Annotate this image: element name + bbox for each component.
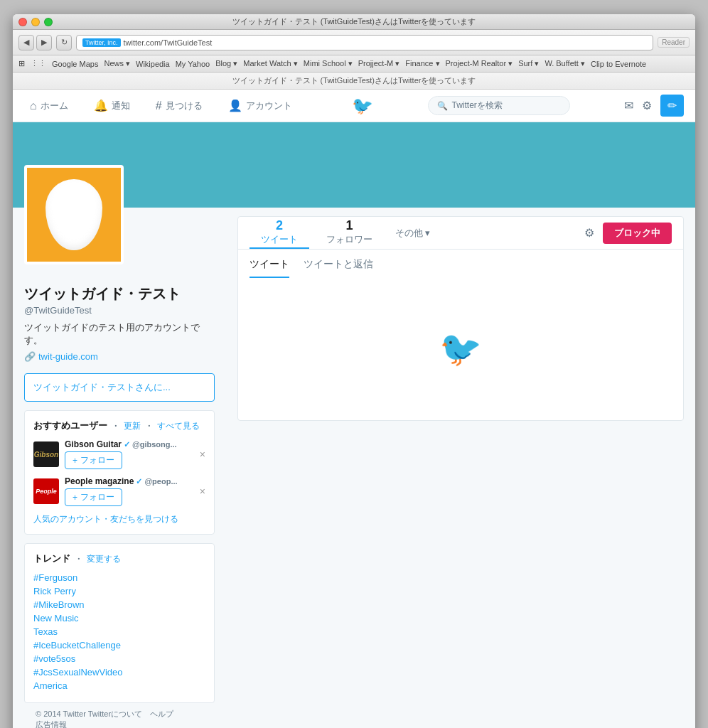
nav-discover[interactable]: # 見つける: [150, 90, 208, 122]
trend-item-1[interactable]: Rick Perry: [33, 586, 205, 596]
footer-ads-link[interactable]: 広告情報: [36, 720, 67, 728]
tabs-actions: ⚙ ブロック中: [584, 223, 672, 244]
url-bar[interactable]: Twitter, Inc. twitter.com/TwitGuideTest: [76, 35, 653, 50]
follow-people-button[interactable]: + フォロー: [65, 488, 122, 506]
bookmark-evernote[interactable]: Clip to Evernote: [591, 60, 646, 68]
bookmark-blog[interactable]: Blog ▾: [215, 59, 237, 68]
trend-item-7[interactable]: #JcsSexualNewVideo: [33, 667, 205, 678]
bookmarks-bar: ⊞ ⋮⋮ Google Maps News ▾ Wikipedia My Yah…: [13, 55, 695, 73]
bookmark-mimi[interactable]: Mimi School ▾: [304, 59, 353, 68]
close-gibson-button[interactable]: ×: [200, 449, 205, 460]
chevron-down-icon: ▾: [425, 228, 430, 238]
search-icon: 🔍: [437, 101, 448, 111]
footer-about-link[interactable]: Twitterについて: [88, 710, 142, 718]
twitter-badge: Twitter, Inc.: [82, 38, 121, 47]
tabs-header: 2 ツイート 1 フォロワー その他 ▾ ⚙ ブロック中: [238, 217, 683, 250]
follow-icon: +: [73, 456, 77, 466]
title-bar: ツイットガイド・テスト (TwitGuideTest)さんはTwitterを使っ…: [13, 14, 695, 30]
trend-item-0[interactable]: #Ferguson: [33, 572, 205, 583]
bookmark-projject[interactable]: Projject-M ▾: [358, 59, 400, 68]
url-text: twitter.com/TwitGuideTest: [124, 38, 213, 47]
hashtag-icon: #: [156, 100, 162, 112]
close-button[interactable]: [18, 18, 27, 26]
recommended-user-people: People People magazine ✓ @peop... + フォロー: [33, 476, 205, 506]
bookmark-myyahoo[interactable]: My Yahoo: [176, 60, 210, 68]
nav-right: ✉ ⚙ ✏: [624, 95, 684, 117]
close-people-button[interactable]: ×: [200, 486, 205, 497]
trend-item-8[interactable]: America: [33, 680, 205, 691]
search-bar[interactable]: 🔍 Twitterを検索: [428, 96, 570, 115]
tab-tweets[interactable]: 2 ツイート: [250, 217, 309, 249]
main-layout: ツイットガイド・テスト @TwitGuideTest ツイットガイドのテスト用の…: [13, 208, 695, 728]
bookmark-finance[interactable]: Finance ▾: [405, 59, 439, 68]
gibson-name: Gibson Guitar ✓ @gibsong...: [65, 439, 194, 449]
block-button[interactable]: ブロック中: [603, 223, 672, 244]
people-avatar: People: [33, 478, 59, 504]
change-trends-link[interactable]: 変更する: [87, 553, 121, 565]
nav-account[interactable]: 👤 アカウント: [222, 90, 298, 122]
gibson-info: Gibson Guitar ✓ @gibsong... + フォロー: [65, 439, 194, 469]
search-placeholder: Twitterを検索: [452, 100, 503, 112]
trend-item-3[interactable]: New Music: [33, 613, 205, 623]
profile-avatar-wrap: [24, 165, 215, 264]
profile-tabs: 2 ツイート 1 フォロワー その他 ▾ ⚙ ブロック中: [237, 216, 684, 421]
recommended-users-section: おすすめユーザー ・ 更新 ・ すべて見る Gibson Gibson Guit…: [24, 410, 215, 535]
bookmark-wikipedia[interactable]: Wikipedia: [136, 60, 170, 68]
footer-help-link[interactable]: ヘルプ: [150, 710, 173, 718]
apps-icon: ⋮⋮: [31, 59, 46, 68]
trends-list: #Ferguson Rick Perry #MikeBrown New Musi…: [33, 572, 205, 691]
footer: © 2014 Twitter Twitterについて ヘルプ 広告情報: [24, 703, 215, 728]
nav-discover-label: 見つける: [166, 100, 203, 112]
compose-button[interactable]: ✏: [660, 95, 684, 117]
tweets-tab[interactable]: ツイート: [250, 258, 289, 278]
people-name: People magazine ✓ @peop...: [65, 476, 194, 486]
link-icon: 🔗: [24, 351, 36, 362]
update-link[interactable]: 更新: [124, 420, 141, 432]
view-all-link[interactable]: すべて見る: [157, 420, 200, 432]
twitter-bird-logo: 🐦: [352, 96, 373, 116]
messages-icon[interactable]: ✉: [624, 99, 633, 112]
profile-website[interactable]: 🔗 twit-guide.com: [24, 351, 215, 362]
nav-notifications[interactable]: 🔔 通知: [88, 90, 136, 122]
message-box[interactable]: ツイットガイド・テストさんに...: [24, 373, 215, 402]
nav-home-label: ホーム: [41, 100, 68, 112]
follow-icon-2: +: [73, 493, 77, 503]
refresh-button[interactable]: ↻: [56, 35, 72, 50]
tab-other[interactable]: その他 ▾: [395, 227, 430, 240]
bookmark-marketwatch[interactable]: Market Watch ▾: [243, 59, 298, 68]
trend-item-6[interactable]: #vote5sos: [33, 653, 205, 664]
nav-notifications-label: 通知: [112, 100, 130, 112]
nav-home[interactable]: ⌂ ホーム: [24, 90, 74, 122]
person-icon: 👤: [228, 99, 242, 112]
tab-followers[interactable]: 1 フォロワー: [315, 217, 384, 249]
twitter-bird-placeholder: 🐦: [439, 329, 482, 369]
follow-gibson-button[interactable]: + フォロー: [65, 451, 122, 469]
home-icon: ⌂: [30, 100, 37, 112]
find-friends-link[interactable]: 人気のアカウント・友だちを見つける: [33, 513, 205, 525]
bookmark-realtor[interactable]: Project-M Realtor ▾: [446, 59, 513, 68]
trend-item-2[interactable]: #MikeBrown: [33, 599, 205, 610]
minimize-button[interactable]: [31, 18, 40, 26]
bookmark-google-maps[interactable]: Google Maps: [52, 60, 98, 68]
browser-toolbar: ◀ ▶ ↻ Twitter, Inc. twitter.com/TwitGuid…: [13, 30, 695, 55]
profile-settings-button[interactable]: ⚙: [584, 226, 594, 240]
follower-label: フォロワー: [326, 233, 372, 246]
follower-count: 1: [345, 218, 353, 233]
reader-button[interactable]: Reader: [658, 37, 690, 48]
bookmark-buffett[interactable]: W. Buffett ▾: [545, 59, 585, 68]
verified-icon-2: ✓: [136, 477, 142, 486]
trend-item-5[interactable]: #IceBucketChallenge: [33, 640, 205, 651]
profile-bio: ツイットガイドのテスト用のアカウントです。: [24, 321, 215, 347]
bookmark-surf[interactable]: Surf ▾: [518, 59, 539, 68]
settings-icon[interactable]: ⚙: [642, 99, 652, 112]
nav-buttons: ◀ ▶: [18, 35, 52, 50]
gibson-avatar: Gibson: [33, 441, 59, 467]
tweets-replies-tab[interactable]: ツイートと返信: [304, 258, 373, 278]
back-button[interactable]: ◀: [18, 35, 34, 50]
browser-window: ツイットガイド・テスト (TwitGuideTest)さんはTwitterを使っ…: [13, 14, 695, 728]
forward-button[interactable]: ▶: [36, 35, 52, 50]
tweet-area: 🐦: [238, 278, 683, 420]
maximize-button[interactable]: [44, 18, 53, 26]
trend-item-4[interactable]: Texas: [33, 626, 205, 637]
bookmark-news[interactable]: News ▾: [104, 59, 130, 68]
